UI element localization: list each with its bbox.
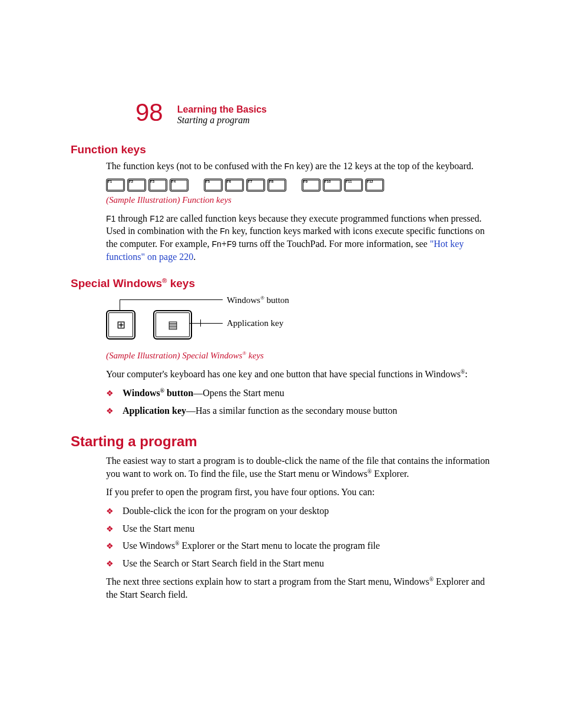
bullet-icon: ❖: [106, 524, 114, 535]
page-number: 98: [135, 100, 163, 125]
special-keys-intro: Your computer's keyboard has one key and…: [106, 368, 491, 381]
application-key-label: Application key: [227, 318, 283, 328]
fnkeys-intro: The function keys (not to be confused wi…: [106, 160, 491, 173]
heading-special-windows-keys: Special Windows® keys: [71, 277, 491, 290]
text: F9: [227, 239, 236, 249]
text: Fn: [220, 226, 229, 236]
leader-line: [190, 323, 223, 324]
fnkeys-desc: F1 through F12 are called function keys …: [106, 212, 491, 263]
text: F1: [106, 214, 115, 223]
text: Explorer or the Start menu to locate the…: [180, 541, 380, 551]
text: Fn: [212, 239, 222, 249]
text: Use Windows: [123, 541, 175, 551]
text: The function keys (not to be confused wi…: [106, 161, 285, 171]
text: .: [193, 252, 196, 262]
text: :: [465, 369, 467, 379]
application-key: ▤: [153, 310, 192, 340]
key-f4: F4: [170, 179, 189, 192]
heading-starting-a-program: Starting a program: [71, 433, 491, 450]
page: 98 Learning the Basics Starting a progra…: [0, 0, 562, 666]
key-f7: F7: [246, 179, 265, 192]
text: keys: [167, 277, 195, 289]
key-f12: F12: [365, 179, 384, 192]
bullet-icon: ❖: [106, 559, 114, 570]
windows-key: ⊞: [106, 310, 135, 340]
leader-line: [120, 299, 223, 300]
key-f11: F11: [344, 179, 363, 192]
text: Windows: [227, 295, 260, 305]
text: button: [164, 388, 193, 398]
leader-line: [120, 299, 120, 310]
text: through: [115, 213, 150, 223]
function-key-illustration: F1 F2 F3 F4 F5 F6 F7 F8 F9 F10 F11 F12: [106, 179, 491, 192]
key-f3: F3: [148, 179, 167, 192]
special-keys-caption: (Sample Illustration) Special Windows® k…: [106, 350, 491, 361]
key-f1: F1: [106, 179, 125, 192]
list-item: ❖ Double-click the icon for the program …: [106, 505, 491, 518]
text: button: [265, 295, 289, 305]
list-item: ❖ Use the Start menu: [106, 522, 491, 535]
key-f9: F9: [302, 179, 320, 192]
start-p3: The next three sections explain how to s…: [106, 575, 491, 601]
text: Special Windows: [71, 277, 162, 289]
section-running: Starting a program: [177, 115, 267, 126]
start-p1: The easiest way to start a program is to…: [106, 454, 491, 480]
reg-mark: ®: [429, 576, 434, 582]
list-item: ❖ Application key—Has a similar function…: [106, 404, 491, 417]
text: key) are the 12 keys at the top of the k…: [294, 161, 474, 171]
text: turns off the TouchPad. For more informa…: [236, 239, 429, 249]
header-titles: Learning the Basics Starting a program: [177, 100, 267, 126]
text: The easiest way to start a program is to…: [106, 456, 490, 479]
fnkeys-caption: (Sample Illustration) Function keys: [106, 195, 491, 205]
menu-icon: ▤: [168, 318, 178, 331]
bullet-icon: ❖: [106, 506, 114, 518]
key-f2: F2: [127, 179, 146, 192]
text: Double-click the icon for the program on…: [123, 506, 329, 516]
bullet-icon: ❖: [106, 388, 114, 400]
special-keys-illustration: ⊞ ▤ Windows® button Application key: [106, 294, 491, 347]
list-item: ❖ Use Windows® Explorer or the Start men…: [106, 539, 491, 552]
start-p2: If you prefer to open the program first,…: [106, 486, 491, 499]
text: F12: [150, 214, 164, 223]
reg-mark: ®: [175, 540, 179, 546]
text: (Sample Illustration) Special Windows: [106, 351, 242, 360]
function-keys-content: The function keys (not to be confused wi…: [106, 160, 491, 263]
chapter-title: Learning the Basics: [177, 104, 267, 115]
bullet-icon: ❖: [106, 406, 114, 417]
text: Your computer's keyboard has one key and…: [106, 369, 461, 379]
running-header: 98 Learning the Basics Starting a progra…: [135, 100, 491, 126]
text: +: [222, 239, 227, 249]
heading-function-keys: Function keys: [71, 143, 491, 156]
text: Explorer.: [372, 469, 409, 479]
key-f6: F6: [225, 179, 244, 192]
reg-mark: ®: [260, 295, 265, 301]
text: Windows: [123, 388, 160, 398]
windows-logo-icon: ⊞: [117, 318, 125, 331]
text: The next three sections explain how to s…: [106, 577, 429, 587]
starting-program-content: The easiest way to start a program is to…: [106, 454, 491, 601]
text: —Opens the Start menu: [193, 388, 284, 398]
special-keys-bullets: ❖ Windows® button—Opens the Start menu ❖…: [106, 387, 491, 417]
key-f5: F5: [204, 179, 223, 192]
text: keys: [246, 351, 264, 360]
special-keys-content: ⊞ ▤ Windows® button Application key (Sam…: [106, 294, 491, 417]
text: Use the Search or Start Search field in …: [123, 558, 324, 568]
text: Use the Start menu: [123, 523, 194, 533]
text: —Has a similar function as the secondary…: [186, 406, 397, 416]
reg-mark: ®: [160, 387, 164, 394]
reg-mark: ®: [368, 468, 372, 475]
bullet-icon: ❖: [106, 541, 114, 552]
text: Application key: [123, 406, 186, 416]
start-options-bullets: ❖ Double-click the icon for the program …: [106, 505, 491, 569]
list-item: ❖ Use the Search or Start Search field i…: [106, 557, 491, 570]
leader-line: [200, 319, 201, 327]
key-f10: F10: [323, 179, 342, 192]
list-item: ❖ Windows® button—Opens the Start menu: [106, 387, 491, 400]
windows-button-label: Windows® button: [227, 295, 289, 305]
fn-key-text: Fn: [285, 162, 294, 171]
key-f8: F8: [267, 179, 286, 192]
